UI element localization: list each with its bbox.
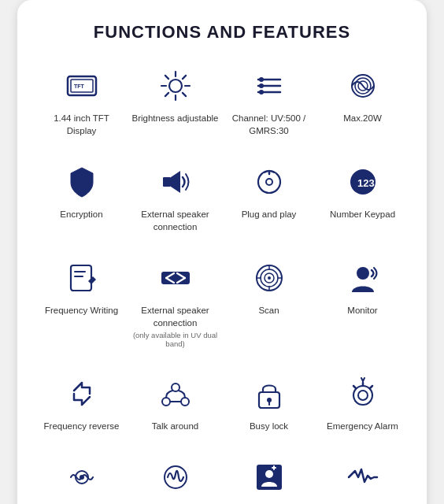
main-card: FUNCTIONS AND FEATURES TFT 1.44 inch TFT…: [17, 0, 427, 504]
num-keypad-label: Number Keypad: [330, 209, 395, 221]
emergency-alarm-label: Emergency Alarm: [327, 421, 398, 433]
tbst-icon: [342, 456, 384, 498]
svg-rect-21: [163, 177, 171, 187]
svg-point-3: [169, 80, 182, 92]
svg-point-17: [259, 90, 264, 94]
ext-speaker-icon: [154, 161, 197, 203]
svg-line-53: [370, 386, 372, 388]
svg-marker-22: [171, 171, 180, 193]
talk-around-icon: [154, 372, 197, 415]
num-keypad-icon: 123: [342, 161, 384, 203]
freq-writing-icon: [61, 257, 103, 299]
busy-lock-icon: [248, 372, 290, 415]
svg-line-56: [361, 378, 363, 381]
channel-icon: [248, 65, 290, 107]
feature-plug-play: Plug and play: [224, 156, 314, 238]
brightness-icon: [154, 65, 197, 107]
freq-reverse-label: Frequency reverse: [44, 421, 120, 433]
feature-freq-writing: Frequency Writing: [36, 252, 127, 354]
plug-play-label: Plug and play: [242, 209, 297, 221]
feature-encryption: Encryption: [36, 156, 127, 238]
svg-point-46: [181, 398, 189, 406]
scan-label: Scan: [258, 305, 279, 317]
svg-rect-27: [71, 265, 91, 291]
feature-ext-speaker: External speaker connection: [130, 156, 220, 238]
feature-squelch: Squelch: [130, 451, 220, 504]
monitor-label: Monitor: [347, 305, 377, 317]
feature-freq-reverse: Frequency reverse: [36, 368, 127, 438]
svg-line-8: [165, 76, 168, 79]
feature-num-keypad: 123 Number Keypad: [317, 156, 408, 238]
svg-point-51: [358, 391, 368, 400]
feature-brightness: Brightness adjustable: [130, 60, 220, 142]
tft-display-icon: TFT: [61, 65, 103, 107]
feature-busy-lock: Busy lock: [224, 368, 314, 438]
page-title: FUNCTIONS AND FEATURES: [36, 22, 408, 43]
feature-tbst: TBST frequency: [317, 451, 408, 504]
plug-play-icon: [248, 161, 290, 203]
freq-writing-label: Frequency Writing: [45, 305, 118, 317]
svg-point-38: [268, 276, 271, 280]
feature-emergency-alarm: Emergency Alarm: [317, 368, 408, 438]
svg-point-61: [265, 470, 273, 478]
feature-channel: Channel: UV:500 / GMRS:30: [224, 60, 314, 142]
encryption-icon: [61, 161, 103, 203]
contacts-icon: [248, 456, 290, 498]
vox-icon: [61, 456, 103, 498]
feature-scan: Scan: [224, 252, 314, 354]
ext-speaker2-sublabel: (only available in UV dual band): [131, 331, 219, 349]
feature-vox: VOX: [36, 451, 127, 504]
busy-lock-label: Busy lock: [250, 421, 288, 433]
feature-ext-speaker2: External speaker connection (only availa…: [130, 252, 220, 354]
ext-speaker2-icon: [154, 257, 197, 299]
max-power-icon: [342, 65, 384, 107]
tft-display-label: 1.44 inch TFT Display: [39, 113, 125, 137]
ext-speaker2-label: External speaker connection: [132, 305, 219, 329]
feature-max-power: Max.20W: [317, 60, 408, 142]
svg-point-16: [259, 83, 264, 88]
svg-point-24: [266, 179, 272, 185]
feature-contacts: Contacts data import/export: [224, 451, 314, 504]
max-power-label: Max.20W: [343, 113, 382, 125]
squelch-icon: [154, 456, 197, 498]
svg-text:123: 123: [357, 177, 375, 189]
scan-icon: [248, 257, 290, 299]
channel-label: Channel: UV:500 / GMRS:30: [226, 113, 313, 137]
svg-text:TFT: TFT: [74, 83, 85, 89]
svg-line-11: [165, 93, 168, 96]
svg-point-45: [162, 398, 170, 406]
talk-around-label: Talk around: [152, 421, 198, 433]
svg-line-10: [182, 76, 185, 79]
feature-talk-around: Talk around: [130, 368, 220, 438]
svg-line-9: [182, 93, 185, 96]
monitor-icon: [342, 257, 384, 299]
encryption-label: Encryption: [60, 209, 102, 221]
emergency-alarm-icon: [342, 372, 384, 415]
feature-monitor: Monitor: [317, 252, 408, 354]
svg-point-43: [357, 267, 369, 280]
svg-line-54: [353, 386, 356, 388]
brightness-label: Brightness adjustable: [132, 113, 219, 125]
freq-reverse-icon: [61, 372, 103, 415]
features-grid: TFT 1.44 inch TFT Display Brig: [36, 60, 408, 504]
ext-speaker-label: External speaker connection: [132, 209, 219, 233]
svg-point-15: [259, 77, 264, 82]
feature-tft-display: TFT 1.44 inch TFT Display: [36, 60, 127, 142]
